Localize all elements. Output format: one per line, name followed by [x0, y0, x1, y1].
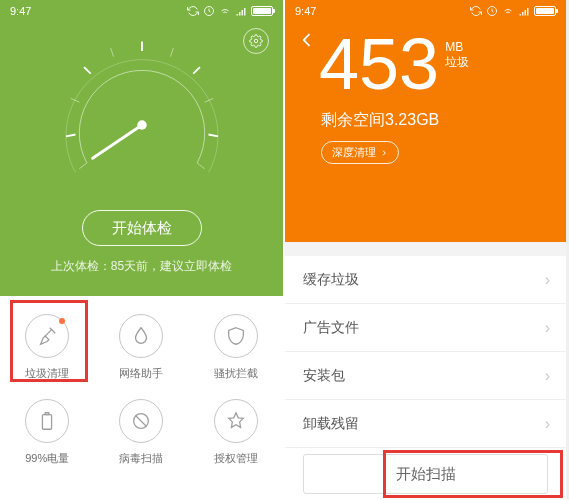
back-button[interactable] [297, 30, 317, 54]
signal-icon [518, 5, 530, 17]
clock-icon [486, 5, 498, 17]
svg-point-1 [254, 39, 258, 43]
list-item-cache[interactable]: 缓存垃圾 › [285, 256, 566, 304]
chevron-left-icon [297, 30, 317, 50]
chevron-right-icon: › [545, 271, 550, 289]
svg-line-14 [92, 125, 141, 158]
list-item-apk[interactable]: 安装包 › [285, 352, 566, 400]
deep-clean-label: 深度清理 [332, 145, 376, 160]
grid-item-block[interactable]: 骚扰拦截 [189, 306, 283, 391]
status-time: 9:47 [295, 5, 316, 17]
junk-size-unit: MB [445, 40, 469, 54]
grid-label: 病毒扫描 [119, 451, 163, 466]
svg-line-6 [208, 135, 218, 137]
security-app-screen: 9:47 [0, 0, 283, 500]
status-bar: 9:47 [285, 0, 566, 22]
list-item-ads[interactable]: 广告文件 › [285, 304, 566, 352]
wifi-icon [502, 5, 514, 17]
status-icons [187, 5, 273, 17]
battery-tool-icon [25, 399, 69, 443]
svg-line-12 [197, 163, 205, 169]
grid-item-trash-clean[interactable]: 垃圾清理 [0, 306, 94, 391]
scan-button-container: 开始扫描 [285, 454, 566, 494]
clock-icon [203, 5, 215, 17]
junk-size-value: 453 [319, 28, 439, 100]
grid-item-virus[interactable]: 病毒扫描 [94, 391, 188, 476]
cleaner-header: 453 MB 垃圾 剩余空间3.23GB 深度清理 [285, 0, 566, 242]
drop-icon [119, 314, 163, 358]
shield-icon [214, 314, 258, 358]
svg-line-8 [170, 48, 173, 57]
junk-size: 453 MB 垃圾 [285, 28, 566, 100]
deep-clean-button[interactable]: 深度清理 [321, 141, 399, 164]
loop-icon [470, 5, 482, 17]
status-bar: 9:47 [0, 0, 283, 22]
chevron-right-icon: › [545, 415, 550, 433]
grid-item-battery[interactable]: 99%电量 [0, 391, 94, 476]
chevron-right-icon: › [545, 319, 550, 337]
svg-line-7 [110, 48, 113, 57]
svg-rect-15 [43, 415, 52, 430]
svg-line-11 [79, 163, 87, 169]
scan-icon [119, 399, 163, 443]
battery-icon [251, 6, 273, 16]
gauge-dial-icon [47, 30, 237, 220]
gauge [47, 30, 237, 220]
scan-button-label: 开始扫描 [396, 465, 456, 484]
start-check-label: 开始体检 [112, 219, 172, 238]
loop-icon [187, 5, 199, 17]
notification-dot [59, 318, 65, 324]
list-label: 缓存垃圾 [303, 271, 359, 289]
health-check-panel: 开始体检 上次体检：85天前，建议立即体检 [0, 0, 283, 296]
signal-icon [235, 5, 247, 17]
grid-item-permissions[interactable]: 授权管理 [189, 391, 283, 476]
chevron-right-icon [380, 149, 388, 157]
junk-size-caption: 垃圾 [445, 54, 469, 71]
start-scan-button[interactable]: 开始扫描 [303, 454, 548, 494]
battery-icon [534, 6, 556, 16]
grid-label: 骚扰拦截 [214, 366, 258, 381]
settings-button[interactable] [243, 28, 269, 54]
grid-label: 网络助手 [119, 366, 163, 381]
chevron-right-icon: › [545, 367, 550, 385]
grid-label: 垃圾清理 [25, 366, 69, 381]
svg-line-4 [193, 67, 200, 74]
tools-grid: 垃圾清理 网络助手 骚扰拦截 99%电量 病毒扫描 [0, 296, 283, 482]
space-remaining: 剩余空间3.23GB [285, 110, 566, 131]
grid-item-network[interactable]: 网络助手 [94, 306, 188, 391]
last-check-text: 上次体检：85天前，建议立即体检 [0, 258, 283, 275]
list-item-residual[interactable]: 卸载残留 › [285, 400, 566, 448]
grid-label: 99%电量 [25, 451, 69, 466]
broom-icon [25, 314, 69, 358]
grid-label: 授权管理 [214, 451, 258, 466]
list-label: 广告文件 [303, 319, 359, 337]
status-time: 9:47 [10, 5, 31, 17]
cleanup-list: 缓存垃圾 › 广告文件 › 安装包 › 卸载残留 › [285, 256, 566, 448]
svg-line-5 [66, 135, 76, 137]
status-icons [470, 5, 556, 17]
cleaner-app-screen: 9:47 453 MB 垃圾 剩余空间3.23GB 深度清理 [283, 0, 566, 500]
gear-icon [249, 34, 263, 48]
list-label: 卸载残留 [303, 415, 359, 433]
star-icon [214, 399, 258, 443]
list-label: 安装包 [303, 367, 345, 385]
wifi-icon [219, 5, 231, 17]
svg-line-3 [84, 67, 91, 74]
section-divider [285, 242, 566, 256]
